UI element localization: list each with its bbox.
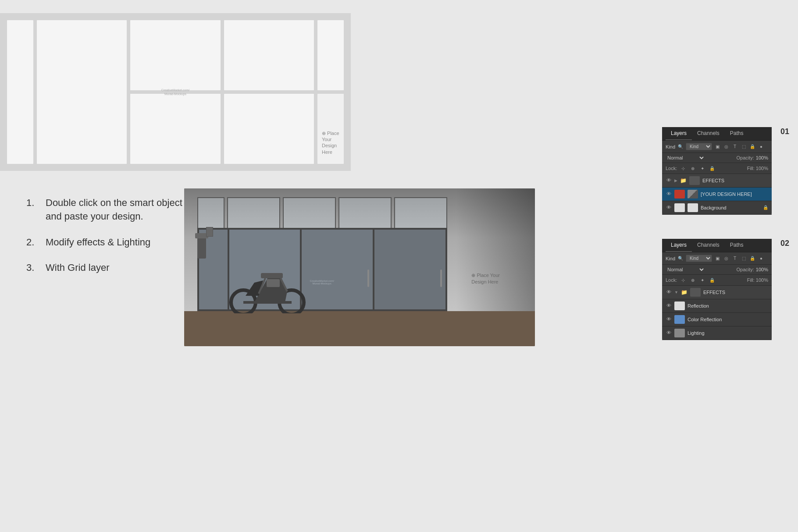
thumb-01-effects xyxy=(689,176,700,185)
sign-post xyxy=(197,237,206,259)
motorcycle-svg xyxy=(219,256,316,313)
tab-paths-01[interactable]: Paths xyxy=(725,127,749,140)
photoshop-panel-02: 02 Layers Channels Paths Kind 🔍 Kind ▣ ◎… xyxy=(662,239,772,340)
panel-01-mode-row: Normal Opacity: 100% xyxy=(662,153,772,163)
instruction-item-3: 3. With Grid layer xyxy=(26,261,193,275)
lock-icon-01-bg: 🔒 xyxy=(763,205,768,210)
lock-art-icon-02: ✦ xyxy=(699,277,706,284)
shape-icon-02: ⬚ xyxy=(740,255,747,262)
layer-reflection-02[interactable]: 👁 Reflection xyxy=(662,299,772,313)
opacity-row-01: Opacity: 100% xyxy=(737,155,769,160)
bottom-place-design-text: ⊕ Place YourDesign Here xyxy=(471,272,500,285)
kind-label-02: Kind xyxy=(666,256,675,261)
window-pane-place-design: ⊕ Place YourDesign Here xyxy=(317,94,344,164)
chevron-01-effects: ▶ xyxy=(674,178,677,183)
kind-select-01[interactable]: Kind xyxy=(686,143,712,150)
tab-layers-01[interactable]: Layers xyxy=(666,127,692,140)
thumb-02-color-ref xyxy=(674,315,685,324)
panel-02-toolbar: Kind 🔍 Kind ▣ ◎ T ⬚ 🔒 ● xyxy=(662,252,772,265)
window-pane-right-tall xyxy=(37,20,127,164)
adj-icon-02: ◎ xyxy=(723,255,730,262)
eye-02-color-ref[interactable]: 👁 xyxy=(666,316,672,323)
store-background: CreativeMarket.com/Murad-Mockups xyxy=(184,188,535,346)
thumb-01-design-preview xyxy=(688,190,698,199)
kind-label-01: Kind xyxy=(666,144,675,149)
chevron-02-effects: ▼ xyxy=(674,290,678,294)
panel-01-toolbar: Kind 🔍 Kind ▣ ◎ T ⬚ 🔒 ● xyxy=(662,141,772,153)
adj-icon-01: ◎ xyxy=(723,143,730,150)
motorcycle xyxy=(219,256,316,313)
kind-select-02[interactable]: Kind xyxy=(686,255,712,262)
lock-move-icon-02: ⊹ xyxy=(680,277,687,284)
thumb-01-bg2 xyxy=(688,203,698,212)
wall-panel xyxy=(206,227,213,237)
layername-01-effects: EFFECTS xyxy=(702,178,768,183)
layer-lighting-02[interactable]: 👁 Lighting xyxy=(662,326,772,340)
smart-icon-02: 🔒 xyxy=(749,255,756,262)
panel-01-lock-row: Lock: ⊹ ⊕ ✦ 🔒 Fill: 100% xyxy=(662,163,772,174)
window-frame: CreativeMarket.com/Murad-Mockups ⊕ Place… xyxy=(0,13,351,171)
search-icon-01: 🔍 xyxy=(677,143,684,150)
fill-label-02: Fill: 100% xyxy=(747,277,768,283)
top-watermark: CreativeMarket.com/Murad-Mockups xyxy=(161,88,190,96)
panel-01-number: 01 xyxy=(780,127,789,136)
tab-layers-02[interactable]: Layers xyxy=(666,239,692,252)
top-place-design-text: ⊕ Place YourDesign Here xyxy=(322,130,344,155)
thumb-01-bg xyxy=(674,203,685,212)
tab-channels-02[interactable]: Channels xyxy=(692,239,725,252)
dot-icon-01: ● xyxy=(758,143,765,150)
lock-pixel-icon-01: 🔒 xyxy=(709,165,716,172)
ground xyxy=(184,311,535,346)
instruction-item-2: 2. Modify effects & Lighting xyxy=(26,236,193,249)
panel-02-tabs: Layers Channels Paths xyxy=(662,239,772,252)
layer-background-01[interactable]: 👁 Background 🔒 xyxy=(662,201,772,215)
search-icon-02: 🔍 xyxy=(677,255,684,262)
window-pane-r1c2 xyxy=(130,20,220,90)
eye-02-effects[interactable]: 👁 xyxy=(666,289,672,295)
mode-select-02[interactable]: Normal xyxy=(666,266,705,273)
lock-pixel-icon-02: 🔒 xyxy=(709,277,716,284)
lock-move-icon-01: ⊹ xyxy=(680,165,687,172)
layer-color-reflection-02[interactable]: 👁 Color Reflection xyxy=(662,313,772,326)
panel-02-number: 02 xyxy=(780,239,789,248)
eye-02-lighting[interactable]: 👁 xyxy=(666,330,672,336)
door-handle-2 xyxy=(440,270,442,287)
layer-design-01[interactable]: 👁 [YOUR DESIGN HERE] xyxy=(662,188,772,201)
tab-paths-02[interactable]: Paths xyxy=(725,239,749,252)
eye-02-reflection[interactable]: 👁 xyxy=(666,303,672,309)
window-pane-r1c3 xyxy=(224,20,314,90)
tab-channels-01[interactable]: Channels xyxy=(692,127,725,140)
eye-01-effects[interactable]: 👁 xyxy=(666,177,672,184)
layername-01-design: [YOUR DESIGN HERE] xyxy=(701,192,768,197)
dot-icon-02: ● xyxy=(758,255,765,262)
window-pane-left-tall xyxy=(7,20,33,164)
panel-02-mode-row: Normal Opacity: 100% xyxy=(662,265,772,275)
shape-icon-01: ⬚ xyxy=(740,143,747,150)
layername-02-reflection: Reflection xyxy=(688,303,768,309)
door-handle xyxy=(367,270,369,287)
pixel-icon-02: ▣ xyxy=(714,255,721,262)
window-pane-r2c3 xyxy=(224,94,314,164)
smart-icon-01: 🔒 xyxy=(749,143,756,150)
layername-02-color-ref: Color Reflection xyxy=(688,317,768,322)
panel-01-tabs: Layers Channels Paths xyxy=(662,127,772,141)
layername-01-bg: Background xyxy=(701,205,760,210)
layer-effects-02[interactable]: 👁 ▼ 📁 EFFECTS xyxy=(662,286,772,299)
opacity-row-02: Opacity: 100% xyxy=(737,267,769,272)
thumb-02-lighting xyxy=(674,329,685,337)
eye-01-design[interactable]: 👁 xyxy=(666,191,672,197)
eye-01-bg[interactable]: 👁 xyxy=(666,205,672,211)
window-pane-r2c2 xyxy=(130,94,220,164)
svg-rect-5 xyxy=(261,273,283,278)
panel-02-lock-row: Lock: ⊹ ⊕ ✦ 🔒 Fill: 100% xyxy=(662,275,772,286)
text-icon-02: T xyxy=(731,255,738,262)
fill-label-01: Fill: 100% xyxy=(747,166,768,171)
mode-select-01[interactable]: Normal xyxy=(666,155,705,161)
svg-rect-8 xyxy=(267,279,280,287)
instructions-list: 1. Double click on the smart object and … xyxy=(26,196,193,275)
lock-transform-icon-01: ⊕ xyxy=(689,165,696,172)
layer-effects-01[interactable]: 👁 ▶ 📁 EFFECTS xyxy=(662,174,772,188)
thumb-01-design xyxy=(674,190,685,199)
instruction-item-1: 1. Double click on the smart object and … xyxy=(26,196,193,223)
text-icon-01: T xyxy=(731,143,738,150)
